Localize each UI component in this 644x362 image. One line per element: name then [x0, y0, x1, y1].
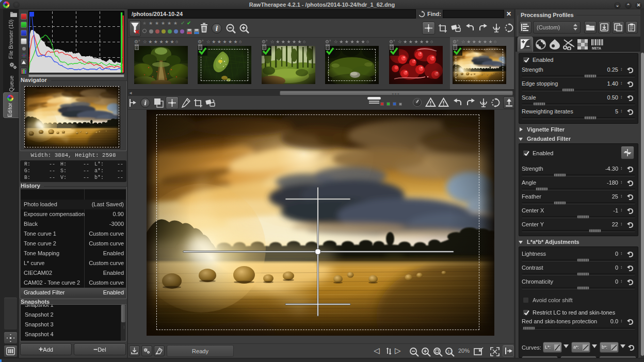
svg-text:1:1: 1:1: [447, 350, 453, 353]
svg-text:META: META: [592, 46, 601, 50]
